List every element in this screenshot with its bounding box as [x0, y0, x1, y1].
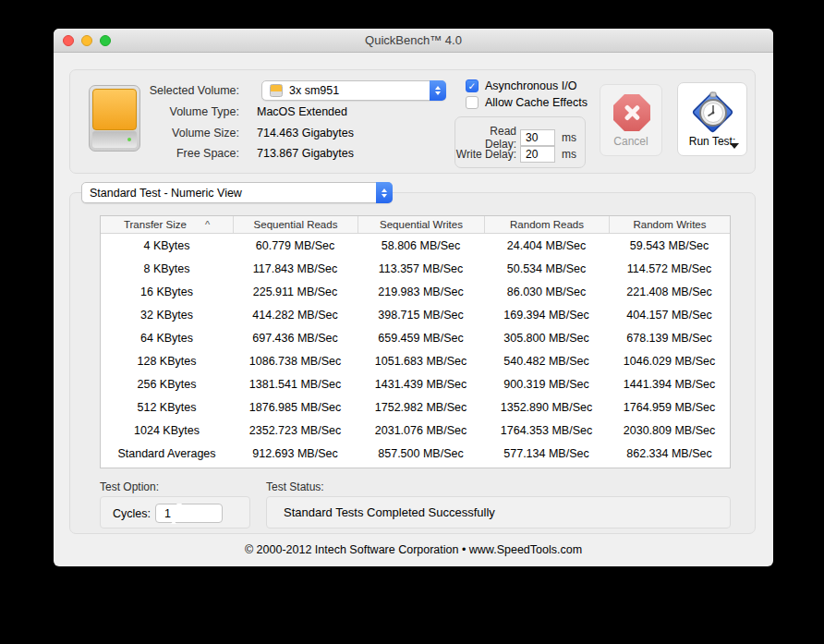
copyright-text: © 2000-2012 Intech Software Corporation …	[54, 543, 773, 556]
selected-volume-label: Selected Volume:	[70, 84, 239, 97]
table-cell: 900.319 MB/Sec	[484, 372, 609, 395]
table-cell: 857.500 MB/Sec	[357, 442, 484, 465]
table-row: 1024 KBytes2352.723 MB/Sec2031.076 MB/Se…	[101, 419, 730, 442]
title-bar[interactable]: QuickBench™ 4.0	[54, 29, 773, 53]
results-table: Transfer Size^Sequential ReadsSequential…	[100, 215, 731, 468]
async-io-checkbox[interactable]: ✓	[466, 79, 479, 92]
stopwatch-icon	[687, 89, 739, 137]
mini-drive-icon	[270, 84, 283, 97]
volume-type-value: MacOS Extended	[257, 105, 347, 118]
window-title: QuickBench™ 4.0	[54, 33, 773, 47]
table-cell: 2352.723 MB/Sec	[233, 419, 357, 442]
cycles-stepper[interactable]: 1	[155, 504, 223, 523]
table-cell: 659.459 MB/Sec	[357, 326, 484, 349]
table-cell: 113.357 MB/Sec	[357, 257, 484, 280]
table-cell: 1752.982 MB/Sec	[357, 395, 484, 419]
table-cell: 169.394 MB/Sec	[484, 303, 609, 326]
results-panel: Transfer Size^Sequential ReadsSequential…	[69, 192, 756, 534]
table-cell: 1441.394 MB/Sec	[609, 372, 730, 395]
table-body: 4 KBytes60.779 MB/Sec58.806 MB/Sec24.404…	[101, 234, 730, 465]
table-row: 128 KBytes1086.738 MB/Sec1051.683 MB/Sec…	[101, 349, 730, 372]
table-cell: 862.334 MB/Sec	[609, 442, 730, 465]
cancel-stop-icon	[613, 94, 650, 131]
volume-size-label: Volume Size:	[70, 127, 239, 140]
table-cell: 305.800 MB/Sec	[484, 326, 609, 349]
cache-effects-checkbox[interactable]	[466, 96, 479, 109]
table-cell: 2031.076 MB/Sec	[357, 419, 484, 442]
table-cell: 404.157 MB/Sec	[609, 303, 730, 326]
table-cell: 32 KBytes	[101, 303, 233, 326]
column-header-sequential-reads[interactable]: Sequential Reads	[233, 216, 357, 233]
test-status-message: Standard Tests Completed Successfully	[284, 505, 495, 519]
cache-effects-label: Allow Cache Effects	[485, 96, 588, 109]
table-cell: 1431.439 MB/Sec	[357, 372, 484, 395]
table-cell: 117.843 MB/Sec	[233, 257, 357, 280]
test-status-label: Test Status:	[266, 480, 324, 493]
free-space-label: Free Space:	[70, 147, 239, 160]
column-header-sequential-writes[interactable]: Sequential Writes	[357, 216, 484, 233]
write-delay-label: Write Delay:	[455, 148, 516, 161]
cycles-value: 1	[164, 507, 171, 520]
volume-size-value: 714.463 Gigabytes	[257, 127, 354, 140]
table-cell: 256 KBytes	[101, 372, 233, 395]
table-cell: 577.134 MB/Sec	[484, 442, 609, 465]
view-mode-value: Standard Test - Numeric View	[90, 187, 242, 200]
table-row: 256 KBytes1381.541 MB/Sec1431.439 MB/Sec…	[101, 372, 730, 395]
view-mode-select[interactable]: Standard Test - Numeric View	[81, 182, 393, 203]
table-cell: 414.282 MB/Sec	[233, 303, 357, 326]
test-option-box: Cycles: 1	[100, 496, 250, 529]
column-header-random-writes[interactable]: Random Writes	[609, 216, 730, 233]
sort-ascending-icon: ^	[205, 219, 210, 230]
table-cell: 2030.809 MB/Sec	[609, 419, 730, 442]
table-cell: 678.139 MB/Sec	[609, 326, 730, 349]
table-cell: 398.715 MB/Sec	[357, 303, 484, 326]
table-cell: 221.408 MB/Sec	[609, 280, 730, 303]
table-row: 64 KBytes697.436 MB/Sec659.459 MB/Sec305…	[101, 326, 730, 349]
table-cell: 1876.985 MB/Sec	[233, 395, 357, 419]
table-cell: 540.482 MB/Sec	[484, 349, 609, 372]
table-cell: 60.779 MB/Sec	[233, 234, 357, 257]
table-cell: 697.436 MB/Sec	[233, 326, 357, 349]
table-cell: 58.806 MB/Sec	[357, 234, 484, 257]
table-cell: 512 KBytes	[101, 395, 233, 419]
cycles-label: Cycles:	[113, 507, 151, 520]
table-cell: 1024 KBytes	[101, 419, 233, 442]
cancel-button[interactable]: Cancel	[600, 84, 662, 156]
table-cell: 1051.683 MB/Sec	[357, 349, 484, 372]
cache-effects-option: Allow Cache Effects	[466, 96, 588, 109]
write-delay-input[interactable]	[520, 146, 555, 163]
column-header-random-reads[interactable]: Random Reads	[484, 216, 609, 233]
selected-volume-select[interactable]: 3x sm951	[261, 80, 446, 101]
quickbench-window: QuickBench™ 4.0 Selected Volume: Volume …	[54, 29, 773, 566]
test-option-label: Test Option:	[100, 480, 159, 493]
table-row: 32 KBytes414.282 MB/Sec398.715 MB/Sec169…	[101, 303, 730, 326]
popup-stepper-icon	[171, 507, 182, 520]
read-delay-input[interactable]	[520, 129, 555, 146]
volume-type-label: Volume Type:	[70, 105, 239, 118]
table-row: 16 KBytes225.911 MB/Sec219.983 MB/Sec86.…	[101, 280, 730, 303]
async-io-option: ✓ Asynchronous I/O	[466, 79, 576, 92]
table-cell: 64 KBytes	[101, 326, 233, 349]
table-cell: 24.404 MB/Sec	[484, 234, 609, 257]
table-cell: 219.983 MB/Sec	[357, 280, 484, 303]
table-row: 512 KBytes1876.985 MB/Sec1752.982 MB/Sec…	[101, 395, 730, 419]
run-test-dropdown-icon[interactable]	[730, 143, 739, 149]
run-test-button[interactable]: Run Test:	[677, 82, 747, 156]
table-cell: 1764.353 MB/Sec	[484, 419, 609, 442]
column-header-transfer-size[interactable]: Transfer Size^	[101, 216, 233, 233]
table-cell: 8 KBytes	[101, 257, 233, 280]
table-cell: 1046.029 MB/Sec	[609, 349, 730, 372]
table-cell: 1381.541 MB/Sec	[233, 372, 357, 395]
async-io-label: Asynchronous I/O	[485, 79, 576, 92]
delay-settings-box: Read Delay: ms Write Delay: ms	[454, 116, 586, 168]
table-cell: 114.572 MB/Sec	[609, 257, 730, 280]
write-delay-unit: ms	[562, 148, 576, 161]
table-cell: 4 KBytes	[101, 234, 233, 257]
volume-options-panel: Selected Volume: Volume Type: Volume Siz…	[69, 69, 756, 174]
table-row: 4 KBytes60.779 MB/Sec58.806 MB/Sec24.404…	[101, 234, 730, 257]
table-cell: 59.543 MB/Sec	[609, 234, 730, 257]
table-cell: 1086.738 MB/Sec	[233, 349, 357, 372]
cancel-button-label: Cancel	[600, 135, 661, 148]
read-delay-unit: ms	[562, 131, 576, 144]
table-cell: 1764.959 MB/Sec	[609, 395, 730, 419]
